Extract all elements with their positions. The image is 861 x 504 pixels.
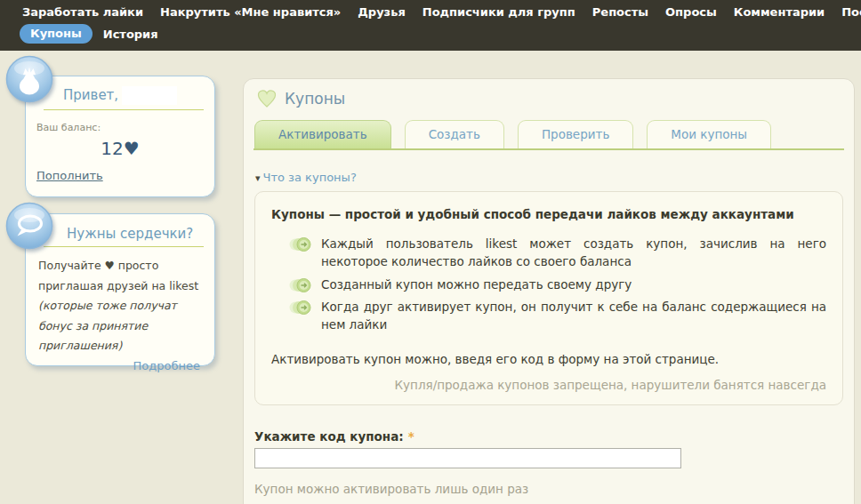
tab-my-coupons[interactable]: Мои купоны — [647, 120, 771, 148]
coupon-code-label: Укажите код купона:* — [254, 429, 843, 444]
money-bag-icon — [5, 55, 53, 103]
coin-transfer-icon — [289, 277, 313, 293]
coupon-tabs: Активировать Создать Проверить Мои купон… — [253, 120, 844, 150]
username-redacted — [122, 86, 177, 105]
greeting-card: Привет, Ваш баланс: 12♥ Пополнить — [25, 76, 215, 197]
coin-transfer-icon — [289, 300, 313, 316]
top-navigation: Заработать лайки Накрутить «Мне нравится… — [0, 0, 861, 51]
nav-item-posthunter[interactable]: Постхантер — [841, 5, 861, 19]
invite-card: Нужны сердечки? Получайте ♥ просто пригл… — [25, 213, 215, 366]
tab-check[interactable]: Проверить — [518, 120, 633, 148]
whatis-coupons-toggle[interactable]: ▾Что за купоны? — [255, 171, 844, 184]
invite-text-regular: Получайте ♥ просто приглашая друзей на l… — [38, 259, 198, 292]
activation-hint: Активировать купон можно, введя его код … — [271, 352, 826, 366]
required-asterisk: * — [408, 429, 414, 444]
bullet-text: Созданный купон можно передать своему др… — [321, 276, 826, 293]
greeting-divider — [44, 109, 204, 110]
nav-subitem-history[interactable]: История — [103, 28, 158, 41]
balance-value: 12♥ — [26, 138, 214, 159]
invite-divider — [44, 246, 204, 247]
nav-item-earn-likes[interactable]: Заработать лайки — [22, 5, 143, 19]
coin-transfer-icon — [289, 236, 313, 252]
speech-bubble-icon — [5, 202, 53, 250]
balance-label: Ваш баланс: — [36, 122, 214, 133]
tab-create[interactable]: Создать — [405, 120, 504, 148]
heart-icon — [256, 89, 278, 108]
nav-subitem-coupons-active[interactable]: Купоны — [20, 24, 93, 44]
coupons-info-box: Купоны — простой и удобный способ переда… — [254, 191, 843, 405]
topup-link[interactable]: Пополнить — [36, 169, 103, 182]
bullet-text: Когда друг активирует купон, он получит … — [321, 298, 826, 334]
more-link[interactable]: Подробнее — [26, 359, 200, 372]
nav-item-polls[interactable]: Опросы — [665, 5, 717, 19]
coupon-code-input[interactable] — [254, 448, 681, 468]
nav-secondary-row: Купоны История — [0, 19, 861, 44]
info-bullet-list: Каждый пользователь likest может создать… — [271, 235, 826, 333]
nav-primary-row: Заработать лайки Накрутить «Мне нравится… — [0, 0, 861, 19]
nav-item-friends[interactable]: Друзья — [358, 5, 405, 19]
resale-warning: Купля/продажа купонов запрещена, нарушит… — [271, 378, 826, 392]
single-use-note: Купон можно активировать лишь один раз — [254, 482, 843, 496]
triangle-down-icon: ▾ — [255, 172, 261, 184]
invite-title: Нужны сердечки? — [26, 214, 214, 242]
whatis-coupons-label: Что за купоны? — [263, 171, 357, 184]
tab-activate[interactable]: Активировать — [254, 120, 391, 148]
page-title: Купоны — [285, 90, 345, 108]
list-item: Созданный купон можно передать своему др… — [289, 276, 826, 293]
invite-text-italic: (которые тоже получат бонус за принятие … — [38, 299, 177, 352]
nav-item-comments[interactable]: Комментарии — [734, 5, 825, 19]
greeting-title: Привет, — [26, 76, 214, 105]
activate-coupon-form: Укажите код купона:* Купон можно активир… — [254, 429, 843, 504]
panel-header: Купоны — [253, 89, 844, 108]
coupon-code-label-text: Укажите код купона: — [254, 429, 404, 444]
nav-item-boost-likes[interactable]: Накрутить «Мне нравится» — [160, 5, 341, 19]
invite-text: Получайте ♥ просто приглашая друзей на l… — [38, 256, 202, 356]
greeting-text: Привет, — [63, 87, 118, 103]
coupons-panel: Купоны Активировать Создать Проверить Мо… — [243, 78, 855, 504]
info-heading: Купоны — простой и удобный способ переда… — [271, 207, 826, 221]
nav-item-reposts[interactable]: Репосты — [592, 5, 648, 19]
bullet-text: Каждый пользователь likest может создать… — [321, 235, 826, 271]
list-item: Когда друг активирует купон, он получит … — [289, 298, 826, 334]
nav-item-group-subscribers[interactable]: Подписчики для групп — [422, 5, 575, 19]
list-item: Каждый пользователь likest может создать… — [289, 235, 826, 271]
